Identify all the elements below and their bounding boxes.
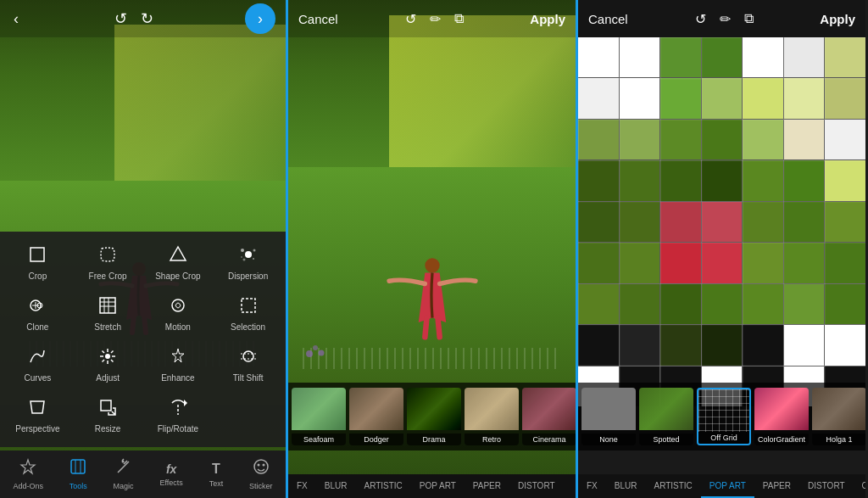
middle-cat-paper[interactable]: PAPER <box>465 474 509 498</box>
right-cat-fx[interactable]: FX <box>578 474 606 498</box>
tool-motion-label: Motion <box>165 322 191 332</box>
svg-point-29 <box>243 351 253 361</box>
right-photo-mosaic <box>578 37 865 406</box>
adjust-icon <box>98 347 117 370</box>
right-cancel-button[interactable]: Cancel <box>588 12 628 26</box>
filter-cinerama-preview <box>522 388 576 430</box>
nav-text[interactable]: T Text <box>209 462 224 488</box>
add-ons-icon <box>19 458 36 479</box>
tool-free-crop-label: Free Crop <box>89 271 127 281</box>
tool-crop[interactable]: Crop <box>3 238 72 288</box>
filter-color-gradient-preview <box>754 388 809 430</box>
filter-holga-preview <box>812 388 865 430</box>
middle-cat-blur[interactable]: BLUR <box>316 474 356 498</box>
svg-rect-19 <box>242 299 255 312</box>
filter-drama-label: Drama <box>407 434 461 445</box>
filter-color-gradient[interactable]: ColorGradient <box>754 388 809 445</box>
tool-clone-label: Clone <box>26 322 48 332</box>
right-cat-artistic[interactable]: ARTISTIC <box>645 474 700 498</box>
tool-tilt-shift[interactable]: Tilt Shift <box>214 340 282 389</box>
middle-category-tabs: FX BLUR ARTISTIC POP ART PAPER DISTORT <box>288 474 576 498</box>
tool-free-crop[interactable]: Free Crop <box>74 238 142 288</box>
dispersion-icon <box>239 245 258 268</box>
filter-seafoam[interactable]: Seafoam <box>292 388 346 445</box>
nav-magic[interactable]: Magic <box>114 458 134 490</box>
svg-rect-13 <box>100 298 115 313</box>
filter-off-grid[interactable]: Off Grid <box>697 388 751 445</box>
panel-left: ‹ ↺ ↻ › Crop <box>0 0 288 498</box>
svg-line-26 <box>111 360 114 362</box>
filter-none-label: None <box>581 434 636 445</box>
nav-add-ons[interactable]: Add-Ons <box>13 458 43 490</box>
right-cat-distort[interactable]: DISTORT <box>799 474 854 498</box>
middle-top-bar: Cancel ↺ ✏ ⧉ Apply <box>288 0 576 37</box>
filter-cinerama[interactable]: Cinerama <box>522 388 576 445</box>
filter-spotted-label: Spotted <box>639 434 693 445</box>
nav-tools[interactable]: Tools <box>70 458 87 490</box>
forward-button[interactable]: › <box>245 3 275 34</box>
tool-shape-crop[interactable]: Shape Crop <box>144 238 213 288</box>
nav-effects[interactable]: fx Effects <box>159 462 182 487</box>
undo-button[interactable]: ↺ <box>111 6 131 31</box>
middle-filter-strip: Seafoam Dodger Drama Retro Cinerama DIST… <box>288 383 576 450</box>
svg-line-25 <box>103 351 105 354</box>
filter-none[interactable]: None <box>581 388 636 445</box>
filter-dodger[interactable]: Dodger <box>349 388 403 445</box>
enhance-icon <box>169 347 187 370</box>
flip-rotate-icon <box>169 398 187 421</box>
tool-selection[interactable]: Selection <box>214 289 282 339</box>
tool-clone[interactable]: Clone <box>3 289 72 339</box>
tool-resize[interactable]: Resize <box>74 391 142 440</box>
svg-point-3 <box>245 251 252 258</box>
middle-refresh-icon: ↺ <box>405 11 416 27</box>
panel-middle: Cancel ↺ ✏ ⧉ Apply Seafoam Dodger Drama … <box>288 0 578 498</box>
middle-apply-button[interactable]: Apply <box>530 12 565 26</box>
effects-icon: fx <box>166 462 176 476</box>
stretch-icon <box>98 296 117 319</box>
svg-rect-32 <box>101 400 111 411</box>
middle-cat-distort[interactable]: DISTORT <box>509 474 564 498</box>
tool-dispersion[interactable]: Dispersion <box>214 238 282 288</box>
right-filter-strip: None Spotted Off Grid ColorGradient Holg… <box>578 383 865 450</box>
tool-curves-label: Curves <box>25 373 52 383</box>
shape-crop-icon <box>169 245 187 268</box>
svg-point-44 <box>313 345 318 350</box>
filter-retro[interactable]: Retro <box>465 388 519 445</box>
filter-spotted[interactable]: Spotted <box>639 388 693 445</box>
filter-holga-label: Holga 1 <box>812 434 865 445</box>
svg-marker-33 <box>184 400 187 406</box>
right-cat-blur[interactable]: BLUR <box>606 474 646 498</box>
panel-right: Cancel ↺ ✏ ⧉ Apply None Spotted Off Grid… <box>578 0 865 498</box>
resize-icon <box>98 398 117 421</box>
middle-cat-pop-art[interactable]: POP ART <box>411 474 465 498</box>
tool-enhance[interactable]: Enhance <box>144 340 213 389</box>
right-eraser-icon: ✏ <box>720 11 731 27</box>
free-crop-icon <box>98 245 117 268</box>
svg-line-28 <box>111 351 114 354</box>
right-cat-paper[interactable]: PAPER <box>754 474 799 498</box>
back-button[interactable]: ‹ <box>10 7 22 31</box>
filter-drama[interactable]: Drama <box>407 388 461 445</box>
tool-perspective-label: Perspective <box>15 424 59 434</box>
filter-seafoam-label: Seafoam <box>292 434 346 445</box>
tool-curves[interactable]: Curves <box>3 340 72 389</box>
redo-button[interactable]: ↻ <box>137 6 157 31</box>
middle-cancel-button[interactable]: Cancel <box>298 12 338 26</box>
right-cat-co[interactable]: CO <box>854 474 865 498</box>
tool-perspective[interactable]: Perspective <box>3 391 72 440</box>
tool-flip-rotate[interactable]: Flip/Rotate <box>144 391 213 440</box>
tool-motion[interactable]: Motion <box>144 289 213 339</box>
right-cat-pop-art[interactable]: POP ART <box>701 474 754 498</box>
nav-tools-label: Tools <box>70 482 87 490</box>
svg-point-42 <box>425 258 439 272</box>
tool-adjust[interactable]: Adjust <box>74 340 142 389</box>
tool-stretch[interactable]: Stretch <box>74 289 142 339</box>
middle-cat-artistic[interactable]: ARTISTIC <box>355 474 410 498</box>
nav-sticker[interactable]: Sticker <box>249 458 273 490</box>
right-apply-button[interactable]: Apply <box>820 12 855 26</box>
svg-marker-2 <box>170 247 186 260</box>
filter-off-grid-label: Off Grid <box>698 432 749 444</box>
tool-flip-rotate-label: Flip/Rotate <box>158 424 198 434</box>
filter-holga-1[interactable]: Holga 1 <box>812 388 865 445</box>
middle-cat-fx[interactable]: FX <box>288 474 316 498</box>
